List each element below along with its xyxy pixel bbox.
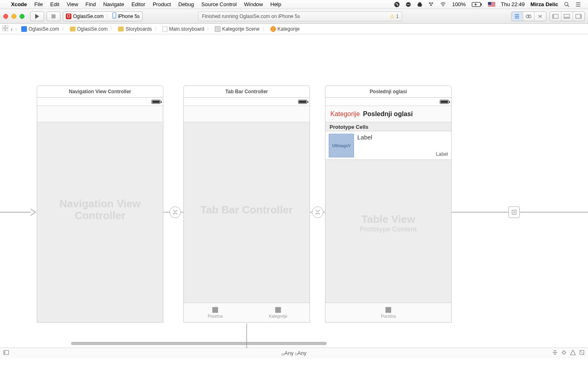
user-menu[interactable]: Mirza Delic bbox=[528, 1, 561, 7]
status-bar bbox=[325, 98, 451, 106]
scene-tab-bar-controller[interactable]: Tab Bar Controller Tab Bar Controller Po… bbox=[183, 85, 310, 323]
menu-file[interactable]: File bbox=[31, 1, 47, 7]
document-outline-toggle[interactable] bbox=[3, 350, 9, 356]
tab-item-pocetna[interactable]: Pocetna bbox=[325, 303, 451, 322]
tab-bar[interactable]: Pocetna Kategorije bbox=[184, 303, 310, 322]
crumb-folder[interactable]: Storyboards〉 bbox=[117, 25, 161, 32]
placeholder-label: Tab Bar Controller bbox=[184, 204, 310, 216]
size-class-selector[interactable]: wAny hAny bbox=[281, 350, 306, 356]
battery-icon bbox=[440, 100, 449, 104]
navigation-bar[interactable] bbox=[184, 106, 310, 122]
crumb-project[interactable]: OglasiSe.com〉 bbox=[20, 25, 68, 32]
run-button[interactable] bbox=[30, 11, 44, 21]
menu-view[interactable]: View bbox=[63, 1, 82, 7]
menu-navigate[interactable]: Navigate bbox=[100, 1, 128, 7]
forward-button[interactable]: › bbox=[15, 25, 17, 32]
dropbox-icon[interactable] bbox=[425, 2, 437, 7]
related-items-icon[interactable] bbox=[2, 25, 8, 32]
scheme-device-name: iPhone 5s bbox=[118, 13, 140, 19]
crumb-scene[interactable]: Kategorije Scene〉 bbox=[214, 25, 268, 32]
folder-icon bbox=[70, 27, 76, 31]
jump-bar[interactable]: ‹ › OglasiSe.com〉 OglasiSe.com〉 Storyboa… bbox=[0, 24, 588, 34]
panel-toggles[interactable] bbox=[550, 11, 585, 21]
scene-title[interactable]: Poslednji oglasi bbox=[325, 85, 452, 98]
stop-button[interactable] bbox=[47, 11, 60, 21]
resolve-issues-icon[interactable] bbox=[570, 350, 576, 357]
notification-center-icon[interactable] bbox=[572, 2, 584, 7]
back-button[interactable]: ‹ bbox=[11, 25, 13, 32]
crumb-file[interactable]: Main.storyboard〉 bbox=[162, 25, 213, 32]
align-tool-icon[interactable] bbox=[552, 350, 558, 357]
window-controls bbox=[3, 14, 24, 19]
editor-mode-segmented[interactable] bbox=[511, 11, 546, 21]
svg-point-2 bbox=[443, 6, 443, 7]
macos-menubar: Xcode File Edit View Find Navigate Edito… bbox=[0, 0, 588, 9]
uiimageview-placeholder[interactable]: UIImageV bbox=[329, 134, 354, 157]
tab-label: Pocetna bbox=[208, 314, 223, 319]
segue-line bbox=[452, 212, 588, 213]
clock[interactable]: Thu 22:49 bbox=[498, 1, 528, 7]
menu-edit[interactable]: Edit bbox=[47, 1, 63, 7]
input-flag[interactable] bbox=[485, 2, 498, 7]
cell-detail-label[interactable]: Label bbox=[436, 151, 448, 157]
prototype-cell[interactable]: UIImageV Label Label bbox=[325, 131, 451, 160]
navigation-bar[interactable] bbox=[37, 106, 163, 122]
menu-editor[interactable]: Editor bbox=[128, 1, 149, 7]
nav-back-button[interactable]: Kategorije bbox=[330, 110, 360, 118]
spotlight-icon[interactable] bbox=[561, 2, 572, 7]
storyboard-canvas[interactable]: Navigation View Controller Navigation Vi… bbox=[0, 34, 588, 358]
pin-tool-icon[interactable] bbox=[561, 350, 567, 357]
app-icon: O bbox=[66, 13, 71, 19]
menu-product[interactable]: Product bbox=[149, 1, 175, 7]
toggle-debug[interactable] bbox=[561, 12, 573, 21]
tab-item-pocetna[interactable]: Pocetna bbox=[184, 303, 247, 322]
toggle-navigator[interactable] bbox=[550, 12, 561, 21]
tab-icon bbox=[212, 307, 218, 313]
version-editor[interactable] bbox=[535, 12, 546, 21]
tab-label: Kategorije bbox=[269, 314, 287, 319]
canvas-bottom-bar: wAny hAny bbox=[0, 348, 588, 358]
scene-poslednji-oglasi[interactable]: Poslednji oglasi Kategorije Poslednji og… bbox=[325, 85, 452, 323]
toggle-utilities[interactable] bbox=[573, 12, 584, 21]
menu-help[interactable]: Help bbox=[267, 1, 285, 7]
tab-bar[interactable]: Pocetna bbox=[325, 303, 451, 322]
scheme-selector[interactable]: O OglasiSe.com 〉 iPhone 5s bbox=[63, 11, 143, 21]
scene-navigation-controller[interactable]: Navigation View Controller Navigation Vi… bbox=[37, 85, 163, 323]
navigation-bar[interactable]: Kategorije Poslednji oglasi bbox=[325, 106, 451, 122]
drive-icon[interactable] bbox=[414, 2, 425, 7]
tab-item-kategorije[interactable]: Kategorije bbox=[247, 303, 310, 322]
svg-rect-12 bbox=[552, 14, 554, 18]
cell-title-label[interactable]: Label bbox=[357, 134, 372, 157]
svg-point-5 bbox=[565, 2, 568, 5]
segue-embed-icon[interactable] bbox=[508, 206, 520, 218]
assistant-editor[interactable] bbox=[523, 12, 535, 21]
battery-percent[interactable]: 100% bbox=[449, 1, 468, 7]
project-icon bbox=[21, 26, 27, 32]
minimize-window[interactable] bbox=[11, 14, 16, 19]
horizontal-scrollbar[interactable] bbox=[71, 342, 327, 345]
crumb-object[interactable]: Kategorije bbox=[270, 26, 301, 32]
activity-status[interactable]: Finished running OglasiSe.com on iPhone … bbox=[198, 11, 402, 21]
view-controller-icon bbox=[270, 26, 276, 32]
zoom-window[interactable] bbox=[20, 14, 24, 19]
svg-rect-25 bbox=[563, 351, 565, 354]
wifi-icon[interactable] bbox=[437, 2, 449, 7]
menu-debug[interactable]: Debug bbox=[175, 1, 198, 7]
scene-title[interactable]: Navigation View Controller bbox=[37, 85, 163, 98]
viber-icon[interactable] bbox=[391, 2, 403, 7]
svg-rect-6 bbox=[51, 14, 56, 18]
segue-root-icon[interactable] bbox=[169, 206, 181, 218]
close-window[interactable] bbox=[3, 14, 8, 19]
resizing-tool-icon[interactable] bbox=[579, 350, 585, 357]
storyboard-file-icon bbox=[163, 26, 167, 32]
dnd-icon[interactable] bbox=[403, 2, 414, 7]
crumb-group[interactable]: OglasiSe.com〉 bbox=[69, 25, 117, 32]
scene-title[interactable]: Tab Bar Controller bbox=[183, 85, 310, 98]
menu-find[interactable]: Find bbox=[82, 1, 99, 7]
menu-source-control[interactable]: Source Control bbox=[198, 1, 241, 7]
standard-editor[interactable] bbox=[512, 12, 523, 21]
segue-relationship-icon[interactable] bbox=[312, 206, 323, 218]
menu-window[interactable]: Window bbox=[241, 1, 267, 7]
battery-icon[interactable] bbox=[469, 2, 485, 7]
app-menu[interactable]: Xcode bbox=[7, 1, 31, 7]
